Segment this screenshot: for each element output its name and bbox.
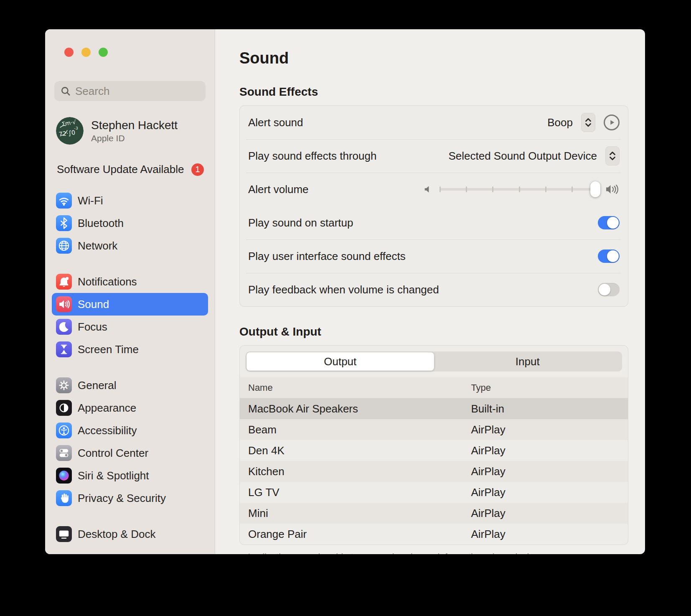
sidebar-item-privacy-security[interactable]: Privacy & Security xyxy=(52,487,208,509)
output-input-heading: Output & Input xyxy=(239,325,628,339)
moon-icon xyxy=(56,319,72,335)
volume-mute-icon xyxy=(423,184,433,194)
device-row[interactable]: Kitchen AirPlay xyxy=(240,461,628,482)
slider-tick xyxy=(492,186,493,192)
sidebar-item-network[interactable]: Network xyxy=(52,234,208,257)
account-subtitle: Apple ID xyxy=(91,133,178,143)
device-name: MacBook Air Speakers xyxy=(248,402,471,415)
column-header-type: Type xyxy=(471,382,620,393)
sidebar-item-control-center[interactable]: Control Center xyxy=(52,442,208,464)
column-header-name: Name xyxy=(248,382,471,393)
sidebar-item-appearance[interactable]: Appearance xyxy=(52,397,208,419)
speaker-icon xyxy=(56,296,72,312)
sidebar-item-focus[interactable]: Focus xyxy=(52,316,208,338)
alert-sound-stepper[interactable] xyxy=(581,113,595,132)
sidebar-item-label: Control Center xyxy=(78,447,148,460)
device-row[interactable]: Orange Pair AirPlay xyxy=(240,524,628,545)
device-type: AirPlay xyxy=(471,444,620,457)
sidebar-item-desktop-dock[interactable]: Desktop & Dock xyxy=(52,523,208,545)
tab-label: Input xyxy=(516,355,540,368)
minimize-button[interactable] xyxy=(81,48,91,57)
software-update-label: Software Update Available xyxy=(57,163,184,176)
play-through-label: Play sound effects through xyxy=(248,150,376,163)
close-button[interactable] xyxy=(64,48,74,57)
sidebar-item-label: Network xyxy=(78,239,117,252)
sidebar: Σm·√ -3 72·∫0 Stephen Hackett Apple ID S… xyxy=(45,29,215,554)
sidebar-item-screen-time[interactable]: Screen Time xyxy=(52,338,208,361)
play-volume-feedback-label: Play feedback when volume is changed xyxy=(248,283,439,296)
device-row[interactable]: LG TV AirPlay xyxy=(240,482,628,503)
globe-icon xyxy=(56,238,72,254)
play-alert-sound-button[interactable] xyxy=(604,115,620,130)
play-volume-feedback-toggle[interactable] xyxy=(598,283,620,296)
alert-sound-value: Boop xyxy=(547,116,573,129)
sidebar-item-label: General xyxy=(78,379,117,392)
sidebar-item-label: Screen Time xyxy=(78,343,139,356)
bell-icon xyxy=(56,274,72,290)
slider-knob[interactable] xyxy=(590,181,600,197)
sidebar-group: Desktop & Dock xyxy=(52,523,208,545)
search-input[interactable] xyxy=(75,85,215,98)
search-icon xyxy=(60,86,71,97)
apple-id-row[interactable]: Σm·√ -3 72·∫0 Stephen Hackett Apple ID xyxy=(56,117,208,145)
slider-tick xyxy=(439,186,441,192)
contrast-icon xyxy=(56,400,72,416)
play-ui-sound-effects-toggle[interactable] xyxy=(598,249,620,263)
avatar: Σm·√ -3 72·∫0 xyxy=(56,117,84,145)
device-type: AirPlay xyxy=(471,528,620,541)
alert-volume-label: Alert volume xyxy=(248,183,309,196)
system-settings-window: Σm·√ -3 72·∫0 Stephen Hackett Apple ID S… xyxy=(45,29,645,554)
slider-track xyxy=(440,188,599,191)
play-sound-on-startup-toggle[interactable] xyxy=(598,216,620,229)
volume-loud-icon xyxy=(605,183,620,196)
sidebar-item-bluetooth[interactable]: Bluetooth xyxy=(52,212,208,234)
software-update-row[interactable]: Software Update Available 1 xyxy=(57,163,204,176)
slider-tick xyxy=(572,186,573,192)
tab-label: Output xyxy=(324,355,356,368)
output-input-card: OutputInput Name Type MacBook Air Speake… xyxy=(239,345,628,545)
desktop-icon xyxy=(56,526,72,542)
sidebar-item-label: Focus xyxy=(78,321,107,333)
sidebar-item-accessibility[interactable]: Accessibility xyxy=(52,419,208,442)
table-header: Name Type xyxy=(240,377,628,398)
device-name: Orange Pair xyxy=(248,528,471,541)
sidebar-item-general[interactable]: General xyxy=(52,374,208,397)
alert-volume-slider[interactable] xyxy=(440,181,599,197)
play-ui-sound-effects-label: Play user interface sound effects xyxy=(248,250,406,263)
sidebar-group: General Appearance Accessibility Control… xyxy=(52,374,208,509)
sidebar-nav: Wi-Fi Bluetooth Network Notifications So… xyxy=(52,176,208,545)
software-update-badge: 1 xyxy=(191,163,204,176)
accessibility-icon xyxy=(56,423,72,438)
device-name: Mini xyxy=(248,507,471,520)
play-through-stepper[interactable] xyxy=(605,146,620,165)
device-name: Beam xyxy=(248,423,471,436)
toggle-row: Play feedback when volume is changed xyxy=(240,273,628,306)
slider-tick xyxy=(545,186,546,192)
sidebar-item-notifications[interactable]: Notifications xyxy=(52,270,208,293)
sidebar-item-label: Sound xyxy=(78,298,109,311)
sidebar-item-siri-spotlight[interactable]: Siri & Spotlight xyxy=(52,464,208,487)
device-type: AirPlay xyxy=(471,423,620,436)
sidebar-item-label: Desktop & Dock xyxy=(78,528,155,541)
sidebar-item-wifi[interactable]: Wi-Fi xyxy=(52,189,208,212)
sidebar-item-sound[interactable]: Sound xyxy=(52,293,208,316)
alert-sound-label: Alert sound xyxy=(248,116,303,129)
device-row[interactable]: Den 4K AirPlay xyxy=(240,440,628,461)
sidebar-item-label: Siri & Spotlight xyxy=(78,469,149,482)
toggles-icon xyxy=(56,445,72,461)
device-row[interactable]: Beam AirPlay xyxy=(240,419,628,440)
head-pose-note: Applications may be able to access head … xyxy=(246,552,628,554)
device-row[interactable]: MacBook Air Speakers Built-in xyxy=(240,398,628,419)
play-sound-on-startup-label: Play sound on startup xyxy=(248,216,353,229)
device-table: MacBook Air Speakers Built-in Beam AirPl… xyxy=(240,398,628,545)
alert-sound-row: Alert sound Boop xyxy=(240,106,628,139)
device-type: AirPlay xyxy=(471,465,620,478)
sound-effects-card: Alert sound Boop Play sound effects thro… xyxy=(239,105,628,307)
tab-input[interactable]: Input xyxy=(434,352,622,371)
zoom-button[interactable] xyxy=(99,48,108,57)
device-row[interactable]: Mini AirPlay xyxy=(240,503,628,524)
siri-orb-icon xyxy=(56,468,72,484)
toggle-row: Play sound on startup xyxy=(240,206,628,239)
search-field[interactable] xyxy=(54,81,206,101)
tab-output[interactable]: Output xyxy=(246,352,434,371)
